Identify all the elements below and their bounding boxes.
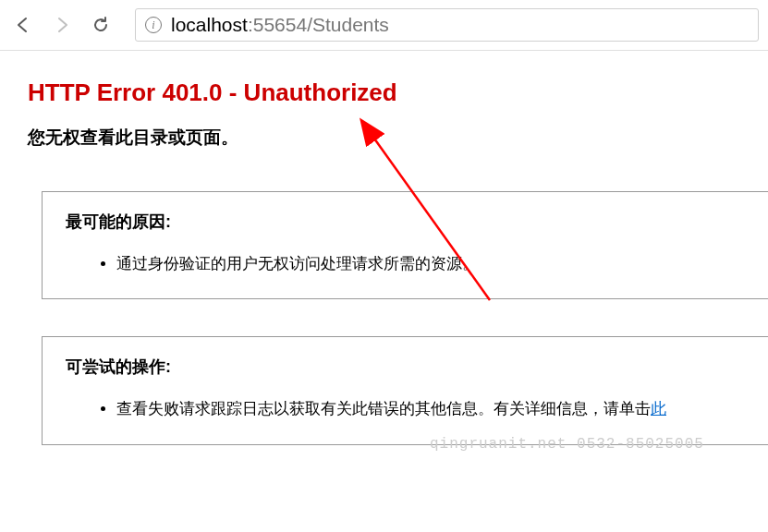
reload-button[interactable] [87,11,115,39]
url-path: /Students [307,14,389,35]
error-subtitle: 您无权查看此目录或页面。 [28,126,740,150]
causes-item: 通过身份验证的用户无权访问处理请求所需的资源。 [116,251,748,275]
causes-section: 最可能的原因: 通过身份验证的用户无权访问处理请求所需的资源。 [42,191,768,299]
actions-title: 可尝试的操作: [66,356,748,378]
url-text: localhost:55654/Students [171,14,389,36]
details-link[interactable]: 此 [651,400,666,417]
browser-navigation-bar: i localhost:55654/Students [0,0,768,51]
page-content: HTTP Error 401.0 - Unauthorized 您无权查看此目录… [0,51,768,445]
causes-title: 最可能的原因: [66,211,748,233]
forward-button[interactable] [48,11,76,39]
url-host: localhost [171,14,248,35]
actions-list: 查看失败请求跟踪日志以获取有关此错误的其他信息。有关详细信息，请单击此 [66,396,748,420]
error-title: HTTP Error 401.0 - Unauthorized [28,79,740,107]
actions-section: 可尝试的操作: 查看失败请求跟踪日志以获取有关此错误的其他信息。有关详细信息，请… [42,336,768,444]
causes-list: 通过身份验证的用户无权访问处理请求所需的资源。 [66,251,748,275]
back-button[interactable] [9,11,37,39]
actions-item-text: 查看失败请求跟踪日志以获取有关此错误的其他信息。有关详细信息，请单击 [116,400,651,417]
address-bar[interactable]: i localhost:55654/Students [135,8,759,42]
actions-item: 查看失败请求跟踪日志以获取有关此错误的其他信息。有关详细信息，请单击此 [116,396,748,420]
site-info-icon[interactable]: i [145,17,162,33]
url-port: :55654 [248,14,307,35]
